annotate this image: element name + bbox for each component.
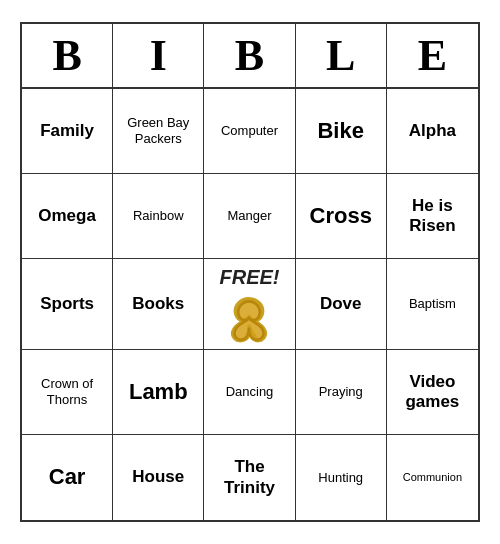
bingo-cell: House [113, 435, 204, 520]
bingo-cell: Rainbow [113, 174, 204, 259]
bingo-cell: Green Bay Packers [113, 89, 204, 174]
cell-text: Car [49, 464, 86, 490]
cell-text: Sports [40, 294, 94, 314]
header-letter: B [22, 24, 113, 87]
cell-text: Video games [391, 372, 474, 413]
bingo-cell: Bike [296, 89, 387, 174]
free-cell-content: FREE! [219, 265, 279, 343]
bingo-cell: Alpha [387, 89, 478, 174]
cell-text: Alpha [409, 121, 456, 141]
cell-text: Computer [221, 123, 278, 139]
bingo-cell: He is Risen [387, 174, 478, 259]
bingo-cell: Video games [387, 350, 478, 435]
bingo-cell: Omega [22, 174, 113, 259]
cell-text: Lamb [129, 379, 188, 405]
bingo-cell: Books [113, 259, 204, 350]
free-label: FREE! [219, 265, 279, 289]
bingo-card: BIBLE FamilyGreen Bay PackersComputerBik… [20, 22, 480, 522]
bingo-cell: Family [22, 89, 113, 174]
cell-text: Crown of Thorns [26, 376, 108, 407]
cell-text: Communion [403, 471, 462, 484]
bingo-cell: Dove [296, 259, 387, 350]
cell-text: House [132, 467, 184, 487]
trinity-icon [223, 291, 275, 343]
cell-text: Bike [317, 118, 363, 144]
cell-text: Books [132, 294, 184, 314]
cell-text: Green Bay Packers [117, 115, 199, 146]
bingo-cell: Lamb [113, 350, 204, 435]
header-letter: E [387, 24, 478, 87]
cell-text: Dove [320, 294, 362, 314]
bingo-cell: Cross [296, 174, 387, 259]
bingo-header: BIBLE [22, 24, 478, 89]
bingo-cell: Hunting [296, 435, 387, 520]
bingo-cell: Praying [296, 350, 387, 435]
bingo-cell: Baptism [387, 259, 478, 350]
bingo-cell: FREE! [204, 259, 295, 350]
bingo-cell: Manger [204, 174, 295, 259]
cell-text: Omega [38, 206, 96, 226]
header-letter: I [113, 24, 204, 87]
bingo-cell: Communion [387, 435, 478, 520]
bingo-cell: Crown of Thorns [22, 350, 113, 435]
bingo-cell: The Trinity [204, 435, 295, 520]
cell-text: Cross [310, 203, 372, 229]
cell-text: Praying [319, 384, 363, 400]
cell-text: Hunting [318, 470, 363, 486]
header-letter: B [204, 24, 295, 87]
cell-text: Rainbow [133, 208, 184, 224]
bingo-cell: Car [22, 435, 113, 520]
header-letter: L [296, 24, 387, 87]
cell-text: Baptism [409, 296, 456, 312]
cell-text: The Trinity [208, 457, 290, 498]
bingo-grid: FamilyGreen Bay PackersComputerBikeAlpha… [22, 89, 478, 520]
cell-text: Dancing [226, 384, 274, 400]
cell-text: Family [40, 121, 94, 141]
cell-text: Manger [227, 208, 271, 224]
bingo-cell: Computer [204, 89, 295, 174]
cell-text: He is Risen [391, 196, 474, 237]
bingo-cell: Sports [22, 259, 113, 350]
bingo-cell: Dancing [204, 350, 295, 435]
